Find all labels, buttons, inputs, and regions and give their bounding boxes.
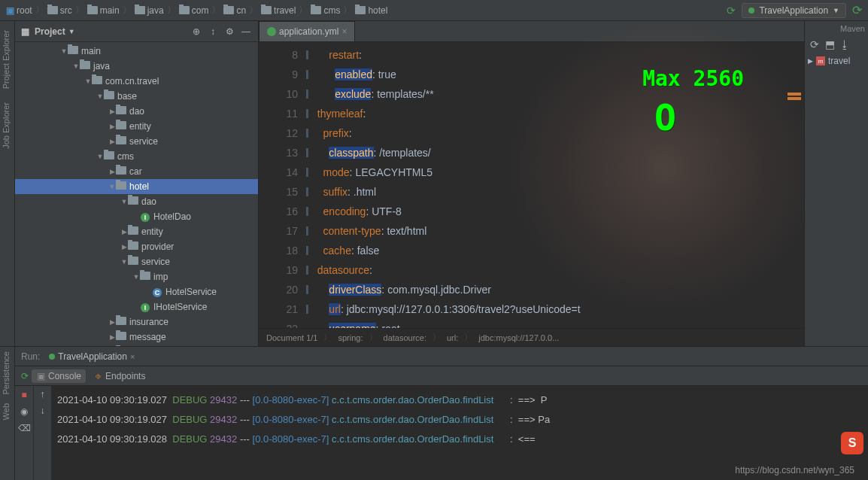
watermark-text: https://blog.csdn.net/wyn_365 (735, 465, 854, 475)
close-icon[interactable]: × (130, 352, 135, 361)
tree-item[interactable]: entity (15, 224, 258, 239)
breadcrumb-item[interactable]: java (135, 5, 164, 16)
code-editor[interactable]: 8910111213141516171819202122 restart: en… (259, 42, 804, 328)
csdn-badge: S (841, 432, 863, 454)
stop-icon[interactable]: ■ (18, 389, 30, 401)
tree-item[interactable]: CHotelService (15, 284, 258, 299)
rerun-icon[interactable]: ⟳ (21, 371, 29, 381)
debug-icon[interactable]: ◉ (18, 406, 30, 418)
run-icon[interactable]: ⟳ (852, 3, 862, 17)
run-panel: PersistenceWeb Run: TravelApplication × … (0, 346, 868, 480)
side-tab[interactable]: Job Explorer (0, 98, 12, 153)
tree-item[interactable]: provider (15, 239, 258, 254)
breadcrumb: ▣ root〉 src〉 main〉 java〉 com〉 cn〉 travel… (6, 4, 727, 17)
left-tool-gutter: Project ExplorerJob Explorer (0, 21, 15, 346)
expand-icon[interactable]: ↕ (207, 26, 219, 38)
project-tree[interactable]: mainjavacom.cn.travelbasedaoentityservic… (15, 42, 258, 346)
run-side-tools-2: ↑ ↓ (33, 386, 51, 480)
trash-icon[interactable]: ⌫ (18, 422, 30, 434)
project-panel-header: ▦ Project ▼ ⊕ ↕ ⚙ — (15, 21, 258, 42)
tree-item[interactable]: dao (15, 194, 258, 209)
down-icon[interactable]: ↓ (41, 406, 45, 416)
side-tab[interactable]: Web (0, 399, 12, 424)
refresh-icon[interactable]: ⟳ (808, 38, 821, 51)
editor-crumb[interactable]: url: (447, 333, 458, 342)
tree-item[interactable]: main (15, 44, 258, 59)
endpoints-icon: ⎆ (93, 372, 102, 381)
file-tab[interactable]: application.yml × (259, 21, 355, 41)
maven-label[interactable]: Maven (808, 24, 865, 33)
breadcrumb-item[interactable]: hotel (355, 5, 387, 16)
line-gutter: 8910111213141516171819202122 (259, 42, 311, 328)
run-tab-icon (49, 354, 55, 360)
editor-crumb[interactable]: spring: (338, 333, 363, 342)
tree-item[interactable]: car (15, 164, 258, 179)
breadcrumb-item[interactable]: com (179, 5, 209, 16)
tree-item[interactable]: dao (15, 104, 258, 119)
close-icon[interactable]: × (341, 26, 347, 37)
run-tab[interactable]: TravelApplication × (44, 351, 139, 362)
side-tab[interactable]: Persistence (0, 347, 12, 399)
tree-item[interactable]: order (15, 345, 258, 346)
breadcrumb-item[interactable]: travel (261, 5, 296, 16)
console-icon: ▣ (36, 372, 45, 381)
run-config-dropdown[interactable]: TravelApplication ▼ (742, 3, 846, 18)
console-tab[interactable]: ▣ Console (32, 369, 86, 383)
download-icon[interactable]: ⭳ (838, 38, 851, 51)
tree-item[interactable]: service (15, 254, 258, 269)
add-icon[interactable]: ⬒ (823, 38, 836, 51)
editor-crumb[interactable]: datasource: (384, 333, 426, 342)
run-panel-header: Run: TravelApplication × (15, 347, 868, 366)
tree-item[interactable]: message (15, 330, 258, 345)
tree-item[interactable]: cms (15, 149, 258, 164)
maven-panel: Maven ⟳ ⬒ ⭳ ▶ m travel (804, 21, 868, 346)
run-config-name: TravelApplication (759, 5, 828, 16)
maven-icon: m (816, 56, 825, 65)
run-dot-icon (748, 8, 754, 14)
breadcrumb-item[interactable]: cn (223, 5, 246, 16)
run-left-gutter: PersistenceWeb (0, 347, 15, 480)
top-bar: ▣ root〉 src〉 main〉 java〉 com〉 cn〉 travel… (0, 0, 868, 21)
reload-icon[interactable]: ⟳ (727, 5, 736, 17)
tree-item[interactable]: hotel (15, 179, 258, 194)
tree-item[interactable]: entity (15, 119, 258, 134)
tree-item[interactable]: IHotelDao (15, 209, 258, 224)
locate-icon[interactable]: ⊕ (190, 26, 202, 38)
breadcrumb-item[interactable]: src (47, 5, 72, 16)
minimize-icon[interactable]: — (240, 26, 252, 38)
project-panel: ▦ Project ▼ ⊕ ↕ ⚙ — mainjavacom.cn.trave… (15, 21, 259, 346)
editor-breadcrumb: Document 1/1 〉 spring: 〉 datasource: 〉 u… (259, 328, 804, 346)
up-icon[interactable]: ↑ (41, 389, 45, 399)
tree-item[interactable]: com.cn.travel (15, 74, 258, 89)
tree-item[interactable]: imp (15, 269, 258, 284)
tree-item[interactable]: service (15, 134, 258, 149)
tree-item[interactable]: insurance (15, 314, 258, 330)
editor-tab-bar: application.yml × (259, 21, 804, 42)
side-tab[interactable]: Project Explorer (0, 26, 12, 93)
run-toolbar: ⟳ ▣ Console ⎆ Endpoints (15, 366, 868, 386)
run-side-tools-1: ■ ◉ ⌫ (15, 386, 33, 480)
breadcrumb-item[interactable]: main (87, 5, 120, 16)
breadcrumb-item[interactable]: cms (311, 5, 340, 16)
gear-icon[interactable]: ⚙ (223, 26, 235, 38)
chevron-down-icon: ▼ (833, 7, 839, 14)
run-label: Run: (21, 351, 40, 362)
editor-crumb[interactable]: jdbc:mysql://127.0.0... (478, 333, 559, 342)
editor-area: Max 2560 O application.yml × 89101112131… (259, 21, 804, 346)
breadcrumb-item[interactable]: ▣ root (6, 5, 32, 16)
project-panel-title[interactable]: ▦ Project ▼ (21, 26, 75, 37)
editor-crumb[interactable]: Document 1/1 (266, 333, 317, 342)
file-tab-name: application.yml (279, 26, 338, 37)
endpoints-tab[interactable]: ⎆ Endpoints (89, 369, 150, 383)
tree-item[interactable]: java (15, 59, 258, 74)
code-content[interactable]: restart: enabled: true exclude: template… (311, 42, 804, 328)
tree-item[interactable]: IIHotelService (15, 299, 258, 314)
tree-item[interactable]: base (15, 89, 258, 104)
yml-icon (267, 27, 276, 36)
maven-project-item[interactable]: ▶ m travel (808, 56, 865, 66)
